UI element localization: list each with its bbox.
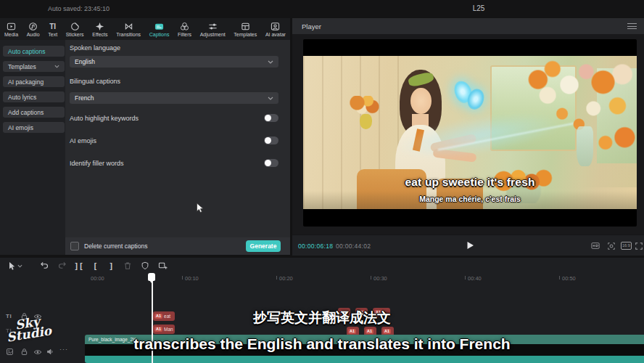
toggle-knob — [265, 160, 271, 166]
delete-captions-checkbox[interactable] — [70, 242, 79, 250]
focus-icon[interactable] — [607, 242, 616, 250]
captions-icon — [154, 22, 164, 31]
tab-audio[interactable]: Audio — [27, 22, 40, 37]
quality-icon[interactable] — [591, 242, 600, 250]
auto-captions-panel — [65, 40, 290, 255]
tab-ai-avatar[interactable]: AI avatar — [265, 22, 286, 37]
video-caption-primary: eat up sweetie it's fresh — [303, 176, 637, 189]
sidebar-item-auto-captions[interactable]: Auto captions — [3, 46, 65, 57]
video-clip-footer — [85, 356, 644, 363]
app-window: Auto saved: 23:45:10 L25 Media Audio TI … — [0, 0, 644, 363]
player-body: eat up sweetie it's fresh Mange ma chéri… — [292, 34, 644, 234]
filters-icon — [180, 22, 189, 31]
toggle-knob — [265, 115, 271, 121]
tab-text[interactable]: TI Text — [48, 22, 57, 37]
fullscreen-icon[interactable] — [635, 242, 643, 250]
audio-icon — [28, 22, 38, 31]
sidebar-item-templates[interactable]: Templates — [3, 61, 65, 72]
sidebar-item-auto-lyrics[interactable]: Auto lyrics — [3, 91, 65, 102]
select-tool-icon[interactable] — [7, 261, 16, 271]
ratio-16-9-icon[interactable]: 16:9 — [621, 242, 632, 250]
undo-icon[interactable] — [40, 261, 49, 270]
ai-avatar-icon — [271, 22, 280, 31]
tab-media[interactable]: Media — [4, 22, 18, 37]
effects-icon — [95, 22, 104, 31]
templates-icon — [241, 22, 250, 31]
adjustment-icon — [208, 22, 218, 31]
overlay-subtitle-english: transcribes the English and translates i… — [0, 335, 644, 353]
filler-words-label: Identify filler words — [70, 160, 124, 167]
mask-icon[interactable] — [141, 261, 149, 270]
redo-icon[interactable] — [57, 261, 67, 270]
sticker-icon — [70, 22, 80, 31]
bilingual-captions-select[interactable]: French — [70, 92, 278, 104]
chevron-down-icon — [268, 97, 273, 100]
sidebar-item-ai-emojis[interactable]: AI emojis — [3, 122, 65, 133]
player-menu-icon[interactable] — [627, 23, 637, 30]
player-controls: 00:00:06:18 00:00:44:02 16:9 — [292, 234, 644, 256]
project-title: L25 — [435, 4, 522, 12]
play-button[interactable] — [466, 241, 474, 250]
bilingual-captions-label: Bilingual captions — [70, 78, 120, 85]
delete-icon[interactable] — [123, 261, 132, 270]
scene-left-vase — [360, 114, 372, 129]
toggle-knob — [265, 137, 271, 144]
trim-right-icon[interactable]: ] — [109, 261, 114, 271]
scene-vase — [577, 126, 593, 166]
tab-adjustment[interactable]: Adjustment — [200, 22, 226, 37]
chevron-down-icon — [268, 60, 273, 64]
overlay-subtitle-chinese: 抄写英文并翻译成法文 — [0, 309, 644, 327]
video-preview: eat up sweetie it's fresh Mange ma chéri… — [303, 39, 637, 227]
crop-icon[interactable] — [158, 261, 168, 270]
text-icon: TI — [49, 22, 56, 31]
tab-filters[interactable]: Filters — [178, 22, 191, 37]
chevron-down-icon[interactable] — [17, 264, 22, 268]
top-toolbar: Media Audio TI Text Stickers Effects Tra… — [0, 18, 290, 40]
ai-emojis-label: AI emojis — [70, 137, 96, 144]
scene-face — [410, 88, 432, 114]
butterfly-icon — [455, 78, 484, 115]
filler-words-toggle[interactable] — [264, 159, 278, 167]
sidebar-item-ai-packaging[interactable]: AI packaging — [3, 76, 65, 87]
tab-templates[interactable]: Templates — [234, 22, 257, 37]
duration-timecode: 00:00:44:02 — [336, 242, 371, 250]
sidebar-item-add-captions[interactable]: Add captions — [3, 107, 65, 118]
tab-effects[interactable]: Effects — [92, 22, 107, 37]
playhead-handle[interactable] — [148, 273, 155, 281]
auto-highlight-label: Auto highlight keywords — [70, 115, 139, 122]
chevron-down-icon — [54, 65, 59, 68]
spoken-language-select[interactable]: English — [70, 56, 278, 68]
tab-transitions[interactable]: Transitions — [116, 22, 141, 37]
tab-stickers[interactable]: Stickers — [66, 22, 84, 37]
auto-highlight-toggle[interactable] — [264, 114, 278, 122]
video-caption-secondary: Mange ma chérie, c'est frais — [303, 195, 637, 203]
player-header: Player — [292, 18, 644, 34]
scene-left-bouquet — [350, 96, 379, 115]
title-bar: Auto saved: 23:45:10 L25 — [0, 0, 644, 18]
captions-panel-footer: Delete current captions Generate — [65, 237, 290, 255]
current-timecode: 00:00:06:18 — [298, 242, 333, 250]
ai-emojis-toggle[interactable] — [264, 136, 278, 144]
media-icon — [7, 22, 16, 31]
split-icon[interactable]: ][ — [74, 261, 83, 271]
player-panel-title: Player — [302, 23, 321, 30]
tab-captions[interactable]: Captions — [149, 22, 170, 37]
captions-sidebar: Auto captions Templates AI packaging Aut… — [0, 40, 65, 255]
delete-captions-label: Delete current captions — [84, 242, 147, 250]
trim-left-icon[interactable]: [ — [93, 261, 98, 271]
autosave-status: Auto saved: 23:45:10 — [48, 5, 110, 12]
transitions-icon — [124, 22, 133, 31]
spoken-language-label: Spoken language — [70, 44, 120, 52]
generate-button[interactable]: Generate — [246, 240, 281, 252]
mouse-cursor-icon — [196, 203, 205, 213]
